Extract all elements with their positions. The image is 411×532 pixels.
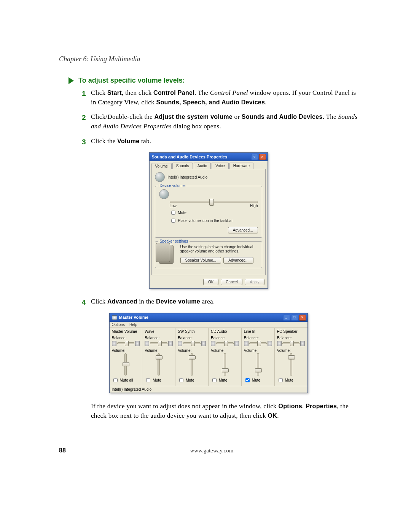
- slider-thumb[interactable]: [125, 341, 129, 346]
- volume-slider[interactable]: [191, 353, 193, 375]
- volume-slider[interactable]: [257, 353, 259, 375]
- slider-thumb[interactable]: [123, 362, 129, 366]
- t: dialog box opens.: [172, 123, 221, 130]
- device-advanced-button[interactable]: Advanced...: [228, 227, 258, 233]
- taskbar-label: Place volume icon in the taskbar: [178, 219, 233, 223]
- mute-input[interactable]: [179, 378, 183, 382]
- mute-input[interactable]: [212, 378, 217, 382]
- step-2-num: 2: [82, 112, 91, 131]
- mute-checkbox[interactable]: Mute: [145, 377, 173, 383]
- mute-checkbox[interactable]: Mute: [244, 377, 272, 383]
- volume-label: Volume:: [211, 348, 239, 353]
- menu-help[interactable]: Help: [129, 323, 137, 327]
- volume-slider[interactable]: [124, 353, 127, 375]
- mixer-title: Master Volume: [119, 315, 148, 320]
- help-icon[interactable]: ?: [251, 154, 258, 160]
- t: tab.: [140, 137, 151, 145]
- mute-checkbox[interactable]: Mute: [211, 377, 239, 383]
- slider-thumb[interactable]: [257, 341, 261, 346]
- step-1: 1 Click Start, then click Control Panel.…: [82, 88, 358, 107]
- volume-slider[interactable]: [170, 201, 258, 203]
- tab-volume[interactable]: Volume: [151, 163, 172, 169]
- maximize-icon[interactable]: □: [291, 315, 298, 321]
- slider-thumb[interactable]: [156, 355, 162, 359]
- balance-slider[interactable]: [282, 342, 300, 344]
- speaker-volume-button[interactable]: Speaker Volume...: [180, 257, 221, 264]
- mute-checkbox[interactable]: Mute: [170, 209, 258, 216]
- slider-thumb[interactable]: [224, 341, 228, 346]
- slider-thumb[interactable]: [288, 355, 295, 359]
- volume-label: Volume:: [112, 348, 140, 353]
- sounds-dialog: Sounds and Audio Devices Properties ? × …: [149, 152, 268, 289]
- mute-input[interactable]: [245, 378, 250, 382]
- mute-checkbox[interactable]: Mute all: [112, 377, 140, 383]
- mixer-titlebar[interactable]: Master Volume _ □ ×: [110, 313, 307, 322]
- high-label: High: [250, 204, 258, 208]
- slider-thumb[interactable]: [222, 368, 229, 372]
- balance-left-icon: [145, 341, 149, 346]
- balance-right-icon: [268, 341, 272, 346]
- volume-slider[interactable]: [158, 353, 160, 375]
- mute-input[interactable]: [171, 211, 175, 215]
- step-4: 4 Click Advanced in the Device volume ar…: [82, 297, 358, 308]
- ok-button[interactable]: OK: [203, 279, 218, 285]
- slider-thumb[interactable]: [209, 199, 214, 206]
- tab-audio[interactable]: Audio: [194, 163, 211, 169]
- balance-label: Balance:: [178, 336, 206, 340]
- slider-thumb[interactable]: [191, 341, 195, 346]
- taskbar-checkbox[interactable]: Place volume icon in the taskbar: [170, 217, 258, 224]
- close-icon[interactable]: ×: [299, 315, 306, 321]
- step-1-body: Click Start, then click Control Panel. T…: [91, 88, 358, 107]
- tab-hardware[interactable]: Hardware: [229, 163, 253, 169]
- dialog-titlebar[interactable]: Sounds and Audio Devices Properties ? ×: [150, 153, 268, 161]
- speaker-advanced-button[interactable]: Advanced...: [223, 257, 253, 264]
- balance-slider[interactable]: [249, 342, 267, 344]
- slider-thumb[interactable]: [158, 341, 162, 346]
- volume-label: Volume:: [178, 348, 206, 353]
- balance-slider[interactable]: [183, 342, 201, 344]
- balance-label: Balance:: [112, 336, 140, 340]
- balance-left-icon: [211, 341, 215, 346]
- slider-thumb[interactable]: [290, 341, 294, 346]
- tab-sounds[interactable]: Sounds: [172, 163, 193, 169]
- balance-slider[interactable]: [117, 342, 135, 344]
- tab-voice[interactable]: Voice: [212, 163, 228, 169]
- volume-label: Volume:: [277, 348, 305, 353]
- taskbar-input[interactable]: [171, 219, 175, 223]
- mixer-channel: PC SpeakerBalance:Volume:Mute: [275, 328, 307, 386]
- mixer-channel: Line InBalance:Volume:Mute: [242, 328, 275, 386]
- device-volume-legend: Device volume: [158, 184, 186, 188]
- balance-slider[interactable]: [216, 342, 234, 344]
- volume-icon: [159, 189, 169, 199]
- balance-label: Balance:: [277, 336, 305, 340]
- balance-slider[interactable]: [150, 342, 167, 344]
- mute-input[interactable]: [279, 378, 283, 382]
- mute-input[interactable]: [146, 378, 150, 382]
- speaker-settings-fieldset: Speaker settings Use the settings below …: [155, 241, 262, 268]
- minimize-icon[interactable]: _: [283, 315, 290, 321]
- apply-button[interactable]: Apply: [245, 279, 264, 285]
- master-volume-window: Master Volume _ □ × Options Help Master …: [109, 313, 308, 393]
- speaker-titlebar-icon: [112, 315, 117, 320]
- slider-thumb[interactable]: [189, 355, 196, 359]
- volume-slider[interactable]: [224, 353, 226, 375]
- mute-input[interactable]: [113, 378, 118, 382]
- mute-checkbox[interactable]: Mute: [277, 377, 305, 383]
- heading-row: To adjust specific volume levels:: [68, 77, 358, 85]
- menu-options[interactable]: Options: [112, 323, 125, 327]
- cancel-button[interactable]: Cancel: [221, 279, 242, 285]
- step-3-body: Click the Volume tab.: [91, 137, 358, 147]
- trailing-paragraph: If the device you want to adjust does no…: [91, 401, 354, 421]
- slider-thumb[interactable]: [255, 368, 262, 372]
- mute-checkbox[interactable]: Mute: [178, 377, 206, 383]
- volume-slider[interactable]: [290, 353, 292, 375]
- dialog-body: Intel(r) Integrated Audio Device volume …: [151, 169, 266, 275]
- close-icon[interactable]: ×: [259, 154, 266, 160]
- balance-left-icon: [178, 341, 182, 346]
- t: .: [277, 412, 279, 419]
- t: Advanced: [107, 298, 137, 305]
- channel-title: Wave: [145, 329, 173, 334]
- balance-right-icon: [135, 341, 140, 346]
- mixer-channel: Master VolumeBalance:Volume:Mute all: [110, 328, 143, 386]
- device-volume-fieldset: Device volume Low High Mute Place vo: [155, 186, 262, 238]
